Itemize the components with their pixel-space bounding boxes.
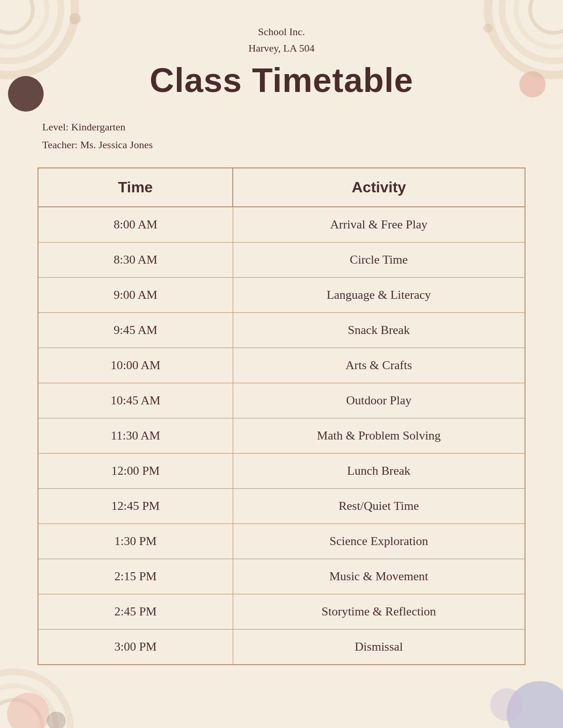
time-cell: 9:00 AM — [38, 278, 233, 313]
table-row: 1:30 PMScience Exploration — [38, 524, 525, 559]
activity-cell: Snack Break — [233, 313, 525, 348]
svg-point-13 — [0, 686, 56, 728]
activity-cell: Music & Movement — [233, 559, 525, 594]
time-cell: 12:00 PM — [38, 454, 233, 489]
time-cell: 2:15 PM — [38, 559, 233, 594]
table-row: 9:45 AMSnack Break — [38, 313, 525, 348]
table-row: 8:00 AMArrival & Free Play — [38, 207, 525, 243]
table-row: 12:45 PMRest/Quiet Time — [38, 489, 525, 524]
table-row: 8:30 AMCircle Time — [38, 243, 525, 278]
school-location: Harvey, LA 504 — [38, 40, 525, 56]
svg-point-15 — [7, 693, 49, 728]
svg-point-5 — [69, 13, 81, 24]
activity-cell: Arrival & Free Play — [233, 207, 525, 243]
table-header-row: Time Activity — [38, 168, 525, 207]
activity-cell: Dismissal — [233, 629, 525, 665]
table-row: 10:45 AMOutdoor Play — [38, 383, 525, 418]
activity-cell: Language & Literacy — [233, 278, 525, 313]
activity-cell: Math & Problem Solving — [233, 418, 525, 454]
timetable: Time Activity 8:00 AMArrival & Free Play… — [38, 167, 525, 665]
col-activity-header: Activity — [233, 168, 525, 207]
svg-point-3 — [0, 0, 33, 33]
activity-cell: Outdoor Play — [233, 383, 525, 418]
time-cell: 2:45 PM — [38, 594, 233, 629]
timetable-body: 8:00 AMArrival & Free Play8:30 AMCircle … — [38, 207, 525, 665]
time-cell: 11:30 AM — [38, 418, 233, 454]
page-wrapper: School Inc. Harvey, LA 504 Class Timetab… — [0, 0, 563, 728]
table-row: 2:15 PMMusic & Movement — [38, 559, 525, 594]
table-row: 2:45 PMStorytime & Reflection — [38, 594, 525, 629]
table-row: 12:00 PMLunch Break — [38, 454, 525, 489]
activity-cell: Storytime & Reflection — [233, 594, 525, 629]
time-cell: 3:00 PM — [38, 629, 233, 665]
time-cell: 8:00 AM — [38, 207, 233, 243]
school-info: School Inc. Harvey, LA 504 — [38, 23, 525, 56]
activity-cell: Science Exploration — [233, 524, 525, 559]
table-row: 9:00 AMLanguage & Literacy — [38, 278, 525, 313]
svg-point-18 — [490, 688, 523, 721]
meta-info: Level: Kindergarten Teacher: Ms. Jessica… — [42, 118, 525, 153]
svg-point-9 — [530, 0, 563, 33]
table-row: 3:00 PMDismissal — [38, 629, 525, 665]
time-cell: 10:45 AM — [38, 383, 233, 418]
svg-point-12 — [0, 672, 70, 728]
svg-point-16 — [47, 712, 66, 728]
col-time-header: Time — [38, 168, 233, 207]
activity-cell: Circle Time — [233, 243, 525, 278]
teacher-label: Teacher: Ms. Jessica Jones — [42, 136, 525, 153]
svg-point-14 — [0, 700, 42, 728]
page-title: Class Timetable — [38, 61, 525, 99]
time-cell: 8:30 AM — [38, 243, 233, 278]
time-cell: 12:45 PM — [38, 489, 233, 524]
level-label: Level: Kindergarten — [42, 118, 525, 136]
activity-cell: Rest/Quiet Time — [233, 489, 525, 524]
time-cell: 10:00 AM — [38, 348, 233, 383]
svg-point-17 — [507, 681, 563, 728]
school-name: School Inc. — [38, 23, 525, 40]
activity-cell: Lunch Break — [233, 454, 525, 489]
table-row: 10:00 AMArts & Crafts — [38, 348, 525, 383]
table-row: 11:30 AMMath & Problem Solving — [38, 418, 525, 454]
time-cell: 9:45 AM — [38, 313, 233, 348]
activity-cell: Arts & Crafts — [233, 348, 525, 383]
time-cell: 1:30 PM — [38, 524, 233, 559]
